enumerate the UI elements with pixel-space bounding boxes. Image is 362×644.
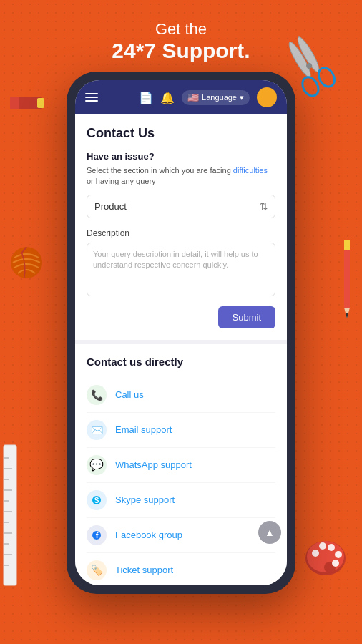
content-area: Contact Us Have an issue? Select the sec… (75, 114, 287, 585)
yarn-decoration (7, 243, 47, 283)
whatsapp-support-label: WhatsApp support (115, 459, 192, 470)
flag-icon: 🇺🇸 (187, 92, 199, 103)
contact-us-title: Contact Us (87, 126, 275, 141)
submit-button[interactable]: Submit (218, 306, 275, 328)
svg-point-30 (319, 542, 326, 550)
svg-text:f: f (96, 531, 99, 540)
submit-row: Submit (87, 306, 275, 328)
svg-point-33 (332, 560, 339, 567)
phone-frame: 📄 🔔 🇺🇸 Language ▾ Contact Us Have an iss… (67, 72, 295, 594)
description-textarea[interactable] (87, 243, 275, 296)
svg-rect-6 (37, 98, 44, 108)
phone-screen: 📄 🔔 🇺🇸 Language ▾ Contact Us Have an iss… (75, 80, 287, 585)
contact-us-section: Contact Us Have an issue? Select the sec… (75, 114, 287, 344)
topbar: 📄 🔔 🇺🇸 Language ▾ (75, 80, 287, 114)
ticket-support-label: Ticket support (115, 565, 173, 575)
header-line1: Get the (0, 20, 362, 39)
call-us-label: Call us (115, 389, 144, 400)
contact-item-whatsapp[interactable]: 💬 WhatsApp support (87, 448, 275, 483)
svg-rect-11 (344, 240, 350, 250)
chevron-down-icon: ▾ (240, 93, 244, 102)
svg-point-31 (328, 544, 335, 551)
contact-list: 📞 Call us ✉️ Email support 💬 WhatsApp su… (87, 378, 275, 585)
header-section: Get the 24*7 Support. (0, 20, 362, 62)
whatsapp-icon: 💬 (87, 455, 107, 475)
topbar-right: 📄 🔔 🇺🇸 Language ▾ (139, 87, 277, 107)
contact-item-email[interactable]: ✉️ Email support (87, 413, 275, 448)
eraser-decoration (9, 93, 48, 114)
issue-description: Select the section in which you are faci… (87, 165, 275, 187)
section-select-wrapper: Product Order Payment Shipping Other ⇅ (87, 195, 275, 218)
phone-icon: 📞 (87, 385, 107, 405)
language-button[interactable]: 🇺🇸 Language ▾ (182, 90, 250, 105)
bell-icon[interactable]: 🔔 (160, 91, 175, 104)
issue-heading: Have an issue? (87, 151, 275, 162)
arrow-up-icon: ▲ (265, 527, 275, 537)
skype-icon: S (87, 490, 107, 510)
contact-item-facebook[interactable]: f Facebook group (87, 518, 275, 553)
ruler-decoration (2, 444, 18, 587)
email-support-label: Email support (115, 424, 172, 435)
svg-point-8 (11, 247, 42, 278)
difficulties-highlight: difficulties (233, 166, 268, 175)
section-select[interactable]: Product Order Payment Shipping Other (87, 195, 275, 218)
svg-rect-7 (10, 97, 19, 109)
topbar-left (85, 93, 98, 102)
contact-direct-title: Contact us directly (87, 356, 275, 368)
svg-point-29 (312, 550, 319, 557)
user-avatar[interactable] (257, 87, 277, 107)
svg-marker-13 (346, 313, 348, 318)
document-icon: 📄 (139, 91, 153, 104)
pencil-decoration (342, 236, 352, 322)
facebook-icon: f (87, 525, 107, 545)
ticket-icon: 🏷️ (87, 560, 107, 580)
contact-item-skype[interactable]: S Skype support (87, 483, 275, 518)
palette-decoration (303, 533, 349, 580)
language-label: Language (202, 93, 237, 102)
contact-item-call[interactable]: 📞 Call us (87, 378, 275, 413)
hamburger-menu-button[interactable] (85, 93, 98, 102)
svg-point-32 (335, 551, 342, 558)
description-label: Description (87, 228, 275, 238)
svg-rect-14 (4, 445, 16, 585)
skype-support-label: Skype support (115, 494, 175, 505)
scroll-to-top-button[interactable]: ▲ (258, 521, 281, 544)
svg-text:S: S (94, 497, 99, 504)
contact-item-ticket[interactable]: 🏷️ Ticket support (87, 553, 275, 585)
facebook-group-label: Facebook group (115, 530, 182, 540)
email-icon: ✉️ (87, 420, 107, 440)
contact-direct-section: Contact us directly 📞 Call us ✉️ Email s… (75, 344, 287, 585)
header-line2: 24*7 Support. (0, 39, 362, 62)
